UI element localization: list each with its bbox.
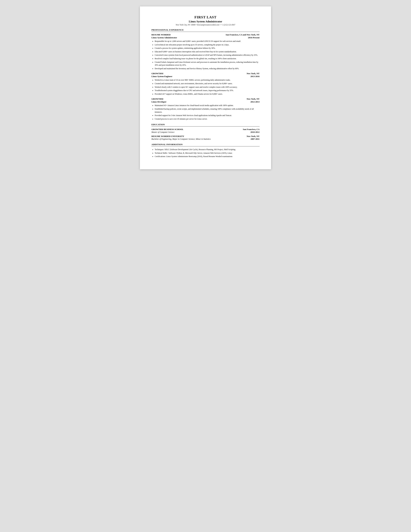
edu-degree-1: Master of Computer Science [151, 131, 174, 133]
job-location-3: New York, NY [247, 98, 260, 100]
edu-entry-2: RESUME WORDED UNIVERSITY New York, NY Ba… [151, 135, 260, 140]
bullet-item: Maintained 45+ Amazon Linux instances fo… [155, 104, 260, 107]
education-section: EDUCATION GROWTHSI BUSINESS SCHOOL San F… [151, 123, 260, 140]
edu-dates-2: 2007-2011 [251, 138, 260, 140]
bullet-item: Established backup policies, wrote scrip… [155, 107, 260, 114]
bullet-item: Provided support for 3-tier Amazon Web S… [155, 114, 260, 117]
job-dates-2: 2013-2016 [251, 75, 260, 78]
candidate-contact: New York City, NY 10000 • first.last@res… [151, 24, 260, 26]
education-title: EDUCATION [151, 123, 260, 126]
edu-degree-2: Bachelor of Engineering, Major in Comput… [151, 138, 211, 140]
job-company-1: RESUME WORDED [151, 33, 171, 36]
job-dates-1: 2016-Present [248, 36, 260, 39]
bullet-item: Worked closely with 5 vendors to open 50… [155, 86, 260, 89]
edu-entry-1: GROWTHSI BUSINESS SCHOOL San Francisco, … [151, 128, 260, 133]
resume-header: FIRST LAST Linux System Administrator Ne… [151, 15, 260, 26]
candidate-title: Linux System Administrator [151, 20, 260, 23]
job-bullets-3: Maintained 45+ Amazon Linux instances fo… [155, 104, 260, 120]
additional-title: ADDITIONAL INFORMATION [151, 143, 260, 146]
job-entry-1: RESUME WORDED San Francisco, CA and New … [151, 33, 260, 70]
job-entry-3: GROWTHSI New York, NY Linux Developer 20… [151, 98, 260, 120]
bullet-item: Worked in a Linux team of 10 on over 900… [155, 78, 260, 82]
professional-experience-section: PROFESSIONAL EXPERIENCE RESUME WORDED Sa… [151, 29, 260, 120]
bullet-item: Resolved complex load balancing issue vi… [155, 57, 260, 60]
bullet-item: Created and maintained network, user env… [155, 82, 260, 85]
job-title-3: Linux Developer [151, 101, 166, 103]
job-company-2: GROWTHSI [151, 72, 163, 75]
job-dates-3: 2012-2013 [251, 101, 260, 103]
job-title-2: Linux System Engineer [151, 75, 172, 78]
additional-item: Technical Skills / Software: Python, R, … [155, 152, 260, 155]
additional-item: Certifications: Linux System Administrat… [155, 155, 260, 158]
edu-school-2: RESUME WORDED UNIVERSITY [151, 135, 184, 138]
bullet-item: Created process to save over 45 minutes … [155, 117, 260, 121]
job-entry-2: GROWTHSI New York, NY Linux System Engin… [151, 72, 260, 95]
bullet-item: Developed and maintained the Inventory a… [155, 67, 260, 70]
bullet-item: Created a process for system updates, mi… [155, 47, 260, 50]
job-location-2: New York, NY [247, 72, 260, 75]
bullet-item: Responsible for up to 1,000 servers and … [155, 40, 260, 43]
additional-list: Techniques: SDLC (Software Development L… [155, 148, 260, 158]
professional-experience-title: PROFESSIONAL EXPERIENCE [151, 29, 260, 32]
additional-section: ADDITIONAL INFORMATION Techniques: SDLC … [151, 143, 260, 158]
edu-dates-1: 2010-2012 [251, 131, 260, 133]
edu-location-2: New York, NY [247, 135, 260, 138]
bullet-item: Troubleshooted system sluggishness due t… [155, 89, 260, 92]
bullet-item: Educated 9,000+ users on business interr… [155, 50, 260, 53]
edu-school-1: GROWTHSI BUSINESS SCHOOL [151, 128, 183, 131]
additional-item: Techniques: SDLC (Software Development L… [155, 148, 260, 151]
job-title-1: Linux System Administrator [151, 36, 177, 39]
resume-document: FIRST LAST Linux System Administrator Ne… [140, 6, 271, 169]
edu-location-1: San Francisco, CA [243, 128, 260, 131]
bullet-item: Provided 24/7 support on Windows, Linux … [155, 93, 260, 95]
bullet-item: Created Solaris Jumpstart and Linux Kick… [155, 61, 260, 66]
candidate-name: FIRST LAST [151, 15, 260, 19]
job-bullets-2: Worked in a Linux team of 10 on over 900… [155, 78, 260, 95]
job-bullets-1: Responsible for up to 1,000 servers and … [155, 40, 260, 70]
job-company-3: GROWTHSI [151, 98, 163, 100]
bullet-item: Converted Linux systems from local passw… [155, 54, 260, 57]
bullet-item: Led technical site relocation project in… [155, 43, 260, 46]
job-location-1: San Francisco, CA and New York, NY [226, 33, 260, 36]
